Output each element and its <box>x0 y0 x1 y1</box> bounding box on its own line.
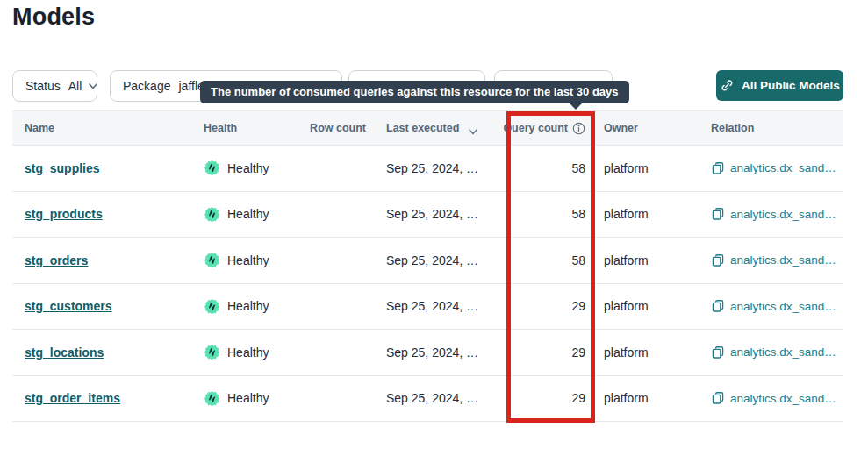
relation-link[interactable]: analytics.dx_sand… <box>730 161 836 174</box>
models-table: Name Health Row count Last executed Quer… <box>12 110 843 422</box>
last-executed-value: Sep 25, 2024, … <box>366 299 500 313</box>
last-executed-value: Sep 25, 2024, … <box>366 345 500 360</box>
page-title: Models <box>12 4 95 31</box>
table-row: stg_order_items Healthy Sep 25, 2024, … … <box>12 376 843 423</box>
query-count-value: 29 <box>500 391 585 405</box>
model-name-link[interactable]: stg_customers <box>25 299 112 313</box>
table-row: stg_products Healthy Sep 25, 2024, … 58 … <box>12 192 843 239</box>
query-count-value: 58 <box>500 253 585 267</box>
query-count-value: 29 <box>500 345 585 360</box>
relation-link[interactable]: analytics.dx_sand… <box>730 253 836 267</box>
tooltip-arrow <box>569 103 583 110</box>
info-icon[interactable] <box>572 122 585 135</box>
health-seal-badge-icon <box>204 344 220 360</box>
owner-value: platform <box>585 161 693 175</box>
health-seal-badge-icon <box>204 252 220 268</box>
query-count-value: 58 <box>500 161 585 175</box>
document-copy-icon <box>711 299 725 313</box>
model-name-link[interactable]: stg_order_items <box>25 391 120 405</box>
health-status-label: Healthy <box>227 299 269 313</box>
health-seal-badge-icon <box>204 390 220 407</box>
table-header-row: Name Health Row count Last executed Quer… <box>12 110 843 146</box>
document-copy-icon <box>711 161 725 175</box>
document-copy-icon <box>711 345 725 360</box>
column-header-health[interactable]: Health <box>190 122 306 134</box>
relation-link[interactable]: analytics.dx_sand… <box>730 392 836 405</box>
tooltip-text: The number of consumed queries against t… <box>211 85 619 98</box>
status-filter-label: Status <box>25 79 61 93</box>
table-row: stg_supplies Healthy Sep 25, 2024, … 58 … <box>12 146 843 192</box>
query-count-tooltip: The number of consumed queries against t… <box>200 81 629 103</box>
last-executed-value: Sep 25, 2024, … <box>366 207 500 221</box>
last-executed-value: Sep 25, 2024, … <box>366 391 500 405</box>
owner-value: platform <box>585 207 693 221</box>
owner-value: platform <box>585 253 693 267</box>
all-public-models-button[interactable]: All Public Models <box>716 70 843 101</box>
table-row: stg_locations Healthy Sep 25, 2024, … 29… <box>12 330 843 376</box>
health-status-label: Healthy <box>227 161 269 175</box>
relation-link[interactable]: analytics.dx_sand… <box>730 345 836 359</box>
column-header-query-count[interactable]: Query count <box>500 122 585 135</box>
document-copy-icon <box>711 253 725 267</box>
relation-link[interactable]: analytics.dx_sand… <box>730 300 836 313</box>
column-header-last-executed[interactable]: Last executed <box>366 122 500 134</box>
query-count-value: 29 <box>500 299 585 313</box>
document-copy-icon <box>711 391 725 405</box>
health-status-label: Healthy <box>227 391 269 405</box>
query-count-label: Query count <box>503 122 568 134</box>
model-name-link[interactable]: stg_locations <box>25 345 104 360</box>
column-header-row-count[interactable]: Row count <box>306 122 366 134</box>
model-name-link[interactable]: stg_orders <box>25 253 88 267</box>
link-icon <box>720 78 735 93</box>
chevron-down-icon <box>89 83 97 89</box>
model-name-link[interactable]: stg_supplies <box>25 161 100 175</box>
sort-chevron-down-icon[interactable] <box>469 125 477 132</box>
status-filter-dropdown[interactable]: Status All <box>12 70 97 102</box>
table-row: stg_customers Healthy Sep 25, 2024, … 29… <box>12 284 843 331</box>
relation-link[interactable]: analytics.dx_sand… <box>730 208 836 221</box>
last-executed-value: Sep 25, 2024, … <box>366 161 500 175</box>
table-row: stg_orders Healthy Sep 25, 2024, … 58 pl… <box>12 238 843 284</box>
owner-value: platform <box>585 345 693 360</box>
package-filter-label: Package <box>123 79 170 93</box>
last-executed-label: Last executed <box>386 122 459 134</box>
health-seal-badge-icon <box>204 298 220 315</box>
column-header-owner[interactable]: Owner <box>585 122 693 134</box>
last-executed-value: Sep 25, 2024, … <box>366 253 500 267</box>
document-copy-icon <box>711 207 725 221</box>
status-filter-value: All <box>68 79 82 93</box>
health-seal-badge-icon <box>204 206 220 223</box>
all-public-models-label: All Public Models <box>742 79 840 92</box>
owner-value: platform <box>585 299 693 313</box>
health-status-label: Healthy <box>227 207 269 221</box>
health-status-label: Healthy <box>227 253 269 267</box>
model-name-link[interactable]: stg_products <box>25 207 103 221</box>
owner-value: platform <box>585 391 693 405</box>
health-seal-badge-icon <box>204 160 220 176</box>
column-header-relation[interactable]: Relation <box>693 122 843 134</box>
health-status-label: Healthy <box>227 345 269 360</box>
column-header-name[interactable]: Name <box>12 122 190 134</box>
query-count-value: 58 <box>500 207 585 221</box>
